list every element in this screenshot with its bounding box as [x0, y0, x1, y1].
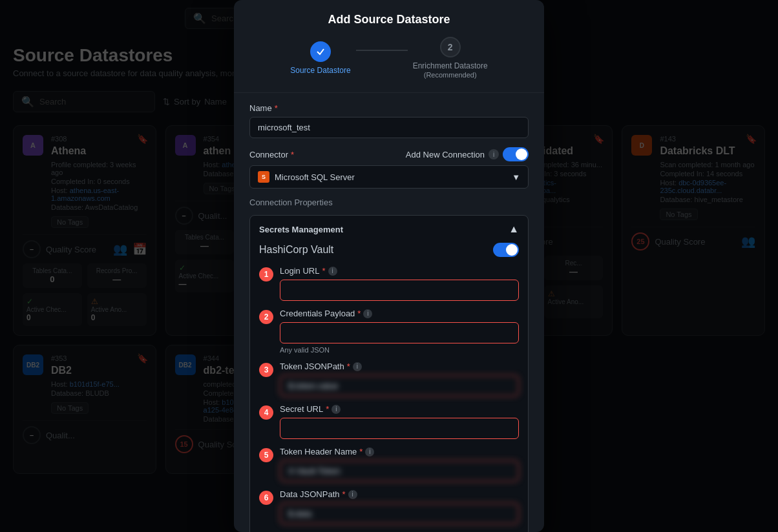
step-1-label: Source Datastore [290, 66, 350, 75]
step-connector [356, 50, 408, 51]
add-source-datastore-modal: Add Source Datastore Source Datastore 2 … [234, 0, 544, 532]
secret-url-field: 4 Secret URL * i [259, 404, 519, 439]
login-url-info[interactable]: i [328, 267, 337, 276]
token-header-label: Token Header Name * i [280, 447, 519, 456]
conn-props-header: Connection Properties [249, 198, 529, 207]
add-connection-label: Add New Connection [406, 150, 485, 159]
credentials-hint: Any valid JSON [280, 346, 519, 354]
login-url-label: Login URL * i [280, 266, 519, 276]
credentials-field: 2 Credentials Payload * i Any valid JSON [259, 309, 519, 354]
connection-properties: Connection Properties Secrets Management… [249, 198, 529, 532]
token-jsonpath-label: Token JSONPath * i [280, 362, 519, 371]
name-label: Name * [249, 103, 529, 113]
connector-icon: S [258, 171, 269, 183]
step-badge-1: 1 [259, 267, 273, 281]
modal-body: Name * Connector * Add New Connection i [234, 93, 544, 532]
step-1: Source Datastore [290, 41, 350, 75]
token-header-content: Token Header Name * i [280, 447, 519, 482]
data-jsonpath-input[interactable] [280, 503, 519, 524]
login-url-content: Login URL * i [280, 266, 519, 301]
secret-url-content: Secret URL * i [280, 404, 519, 439]
step-badge-4: 4 [259, 405, 273, 420]
step-2-label: Enrichment Datastore (Recommended) [413, 61, 488, 79]
hashicorp-label: HashiCorp Vault [259, 244, 333, 256]
secret-url-info[interactable]: i [331, 405, 341, 414]
secrets-header: Secrets Management ▲ [259, 223, 519, 235]
name-field-group: Name * [249, 103, 529, 138]
step-badge-3: 3 [259, 363, 273, 377]
info-icon: i [489, 149, 499, 159]
step-1-circle [310, 41, 331, 62]
token-header-input[interactable] [280, 460, 519, 482]
hashicorp-toggle[interactable] [493, 243, 519, 257]
credentials-label: Credentials Payload * i [280, 309, 519, 318]
modal-header: Add Source Datastore Source Datastore 2 … [234, 0, 544, 93]
data-jsonpath-field: 6 Data JSONPath * i [259, 489, 519, 524]
secret-url-input[interactable] [280, 418, 519, 439]
credentials-content: Credentials Payload * i Any valid JSON [280, 309, 519, 354]
add-connection-toggle[interactable] [503, 147, 529, 161]
token-header-info[interactable]: i [365, 447, 374, 456]
step-badge-2: 2 [259, 310, 273, 324]
add-connection-toggle-row: Add New Connection i [406, 147, 529, 161]
secrets-section: Secrets Management ▲ HashiCorp Vault 1 L… [249, 215, 529, 532]
token-jsonpath-content: Token JSONPath * i [280, 362, 519, 396]
data-jsonpath-label: Data JSONPath * i [280, 489, 519, 499]
step-2-circle: 2 [440, 37, 461, 57]
connector-value: Microsoft SQL Server [275, 172, 355, 182]
token-header-field: 5 Token Header Name * i [259, 447, 519, 482]
step-badge-5: 5 [259, 448, 273, 462]
name-input[interactable] [249, 117, 529, 138]
connector-row: Connector * Add New Connection i [249, 147, 529, 161]
token-jsonpath-field: 3 Token JSONPath * i [259, 362, 519, 396]
wizard-stepper: Source Datastore 2 Enrichment Datastore … [249, 37, 529, 79]
credentials-input[interactable] [280, 322, 519, 343]
connector-label: Connector * [249, 150, 294, 159]
credentials-info[interactable]: i [363, 309, 372, 318]
login-url-field: 1 Login URL * i [259, 266, 519, 301]
secret-url-label: Secret URL * i [280, 404, 519, 414]
modal-title: Add Source Datastore [249, 13, 529, 26]
step-badge-6: 6 [259, 491, 273, 505]
hashicorp-row: HashiCorp Vault [259, 243, 519, 257]
connector-field-group: Connector * Add New Connection i S Micro… [249, 147, 529, 189]
step-2: 2 Enrichment Datastore (Recommended) [413, 37, 488, 79]
secrets-chevron[interactable]: ▲ [509, 223, 519, 235]
connector-select[interactable]: S Microsoft SQL Server ▼ [249, 165, 529, 189]
secrets-title: Secrets Management [259, 225, 343, 234]
login-url-input[interactable] [280, 280, 519, 301]
data-jsonpath-info[interactable]: i [348, 490, 357, 499]
data-jsonpath-content: Data JSONPath * i [280, 489, 519, 524]
chevron-down-icon: ▼ [512, 172, 520, 182]
token-jsonpath-input[interactable] [280, 375, 519, 396]
token-jsonpath-info[interactable]: i [353, 362, 362, 371]
